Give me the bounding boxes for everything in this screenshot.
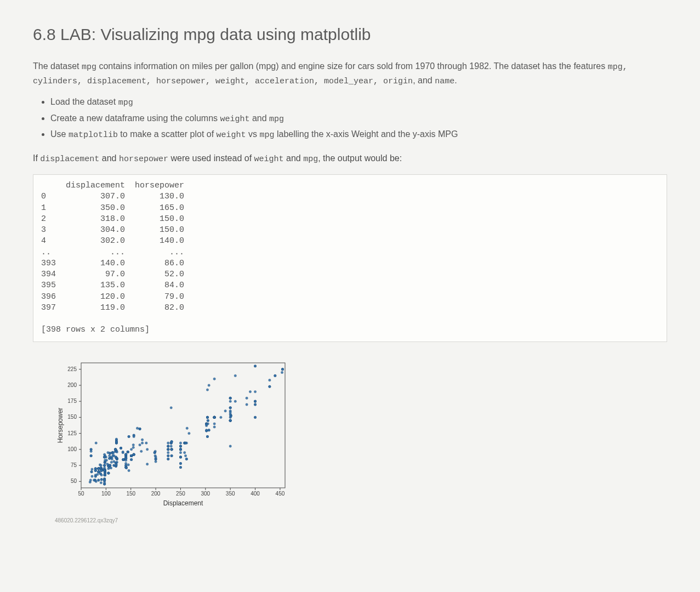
svg-text:250: 250: [176, 491, 185, 497]
svg-point-427: [170, 440, 173, 442]
svg-point-401: [155, 456, 157, 458]
code-mpg: mpg: [82, 62, 96, 72]
svg-text:200: 200: [151, 491, 161, 497]
svg-point-377: [95, 441, 97, 443]
instruction-list: Load the dataset mpg Create a new datafr…: [33, 95, 667, 142]
svg-text:100: 100: [67, 446, 77, 452]
svg-point-419: [107, 471, 110, 474]
svg-point-77: [246, 397, 248, 399]
svg-point-425: [185, 458, 187, 460]
code-displacement: displacement: [40, 155, 99, 164]
svg-point-255: [179, 451, 181, 453]
svg-text:225: 225: [67, 366, 77, 372]
svg-point-130: [281, 368, 283, 370]
if-sentence: If displacement and horsepower were used…: [33, 152, 667, 166]
svg-point-147: [254, 365, 256, 367]
svg-point-449: [114, 448, 116, 450]
code-weight: weight: [220, 115, 250, 124]
svg-point-308: [91, 475, 93, 477]
svg-point-215: [104, 462, 106, 464]
svg-point-98: [254, 400, 256, 402]
svg-point-430: [124, 453, 127, 456]
svg-point-354: [186, 427, 188, 429]
svg-point-102: [269, 379, 271, 381]
svg-point-163: [179, 448, 181, 450]
text: Create a new dataframe using the columns: [50, 113, 220, 123]
svg-point-282: [122, 451, 124, 453]
text: and: [284, 153, 304, 163]
svg-point-235: [103, 464, 105, 466]
svg-point-176: [100, 464, 102, 466]
svg-point-341: [229, 445, 231, 447]
code-mpg: mpg: [118, 98, 133, 107]
svg-point-207: [112, 451, 115, 453]
svg-point-231: [179, 441, 181, 443]
y-axis-label: Horsepower: [56, 407, 64, 443]
svg-rect-0: [81, 363, 285, 488]
svg-point-445: [124, 457, 127, 459]
intro-paragraphs: The dataset mpg contains information on …: [33, 60, 667, 88]
svg-point-228: [100, 478, 103, 480]
bullet-load: Load the dataset mpg: [50, 95, 667, 110]
text: and: [250, 113, 270, 123]
svg-text:50: 50: [78, 491, 84, 497]
svg-point-441: [98, 470, 100, 473]
svg-point-332: [167, 441, 169, 443]
svg-point-293: [89, 479, 92, 481]
svg-point-62: [213, 378, 215, 380]
svg-point-447: [122, 458, 124, 460]
code-mpg: mpg: [269, 115, 284, 124]
scatter-chart: 5010015020025030035040045050751001251501…: [55, 357, 291, 511]
svg-point-397: [141, 439, 143, 441]
svg-point-232: [184, 451, 186, 453]
svg-point-129: [274, 374, 276, 377]
svg-point-224: [170, 454, 173, 457]
svg-point-338: [115, 437, 117, 440]
svg-point-385: [115, 456, 117, 458]
svg-point-405: [213, 425, 215, 428]
svg-point-344: [170, 406, 172, 408]
text: labelling the x-axis: [274, 129, 351, 139]
svg-point-335: [111, 458, 113, 460]
console-output: displacement horsepower 0 307.0 130.0 1 …: [33, 174, 667, 342]
svg-point-61: [208, 384, 210, 386]
text: to make a scatter plot of: [118, 129, 217, 139]
svg-point-443: [98, 467, 100, 469]
svg-text:75: 75: [71, 462, 77, 468]
svg-point-253: [213, 422, 215, 424]
svg-point-170: [206, 416, 208, 418]
svg-point-428: [127, 451, 129, 453]
svg-point-263: [229, 397, 231, 399]
svg-point-366: [90, 448, 92, 450]
svg-point-392: [103, 456, 105, 458]
svg-point-381: [94, 469, 96, 471]
text: were used instead of: [168, 153, 254, 163]
svg-point-361: [132, 446, 134, 448]
svg-text:150: 150: [126, 491, 135, 497]
svg-point-127: [229, 411, 231, 413]
svg-point-345: [128, 435, 130, 437]
svg-point-305: [188, 432, 190, 434]
svg-point-362: [145, 441, 147, 443]
svg-point-309: [130, 448, 132, 450]
svg-point-446: [103, 479, 105, 481]
page-title: 6.8 LAB: Visualizing mpg data using matp…: [33, 22, 667, 47]
svg-point-432: [90, 454, 92, 457]
svg-point-245: [213, 416, 215, 418]
svg-point-193: [167, 451, 169, 453]
svg-point-403: [207, 419, 209, 422]
svg-point-339: [127, 463, 129, 465]
svg-point-60: [234, 374, 236, 377]
svg-point-376: [115, 465, 117, 467]
svg-point-161: [90, 470, 93, 473]
svg-point-322: [167, 458, 169, 460]
svg-point-125: [269, 385, 271, 388]
svg-point-268: [98, 479, 100, 481]
intro-text: contains information on miles per gallon…: [96, 61, 608, 71]
text: vs: [246, 129, 260, 139]
svg-point-280: [229, 419, 231, 422]
svg-point-105: [254, 390, 256, 392]
svg-point-317: [100, 481, 102, 483]
svg-point-331: [94, 475, 96, 477]
svg-point-200: [124, 462, 127, 464]
